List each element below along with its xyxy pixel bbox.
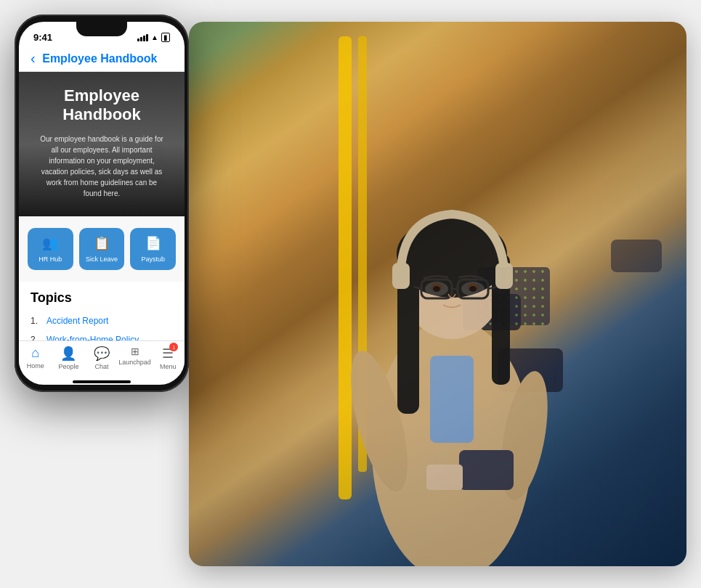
nav-item-chat[interactable]: 💬 Chat (85, 346, 118, 370)
paystub-label: Paystub (141, 256, 165, 263)
hr-hub-icon: 👥 (42, 235, 58, 251)
topic-num: 1. (31, 316, 42, 326)
topics-title: Topics (31, 290, 173, 306)
sick-leave-button[interactable]: 📋 Sick Leave (79, 228, 125, 270)
phone-screen: 9:41 ▲ ▮ ‹ Employee Handbook Employee Ha… (19, 22, 185, 385)
list-item: 2. Work-from-Home Policy (31, 335, 173, 340)
status-time: 9:41 (33, 32, 52, 43)
hr-hub-label: HR Hub (39, 256, 62, 263)
bottom-nav: ⌂ Home 👤 People 💬 Chat ⊞ Launchpad ☰ 1 M (19, 340, 185, 376)
hero-title: Employee Handbook (31, 86, 173, 125)
photo-overlay (189, 22, 686, 566)
nav-bar: ‹ Employee Handbook (19, 46, 185, 72)
paystub-button[interactable]: 📄 Paystub (130, 228, 176, 270)
wifi-icon: ▲ (151, 33, 158, 41)
hero-subtitle: Our employee handbook is a guide for all… (31, 134, 173, 199)
nav-item-people[interactable]: 👤 People (52, 346, 86, 370)
chat-icon: 💬 (94, 346, 110, 362)
back-button[interactable]: ‹ (31, 50, 36, 67)
nav-item-menu[interactable]: ☰ 1 Menu (151, 346, 185, 370)
topic-link-wfh[interactable]: Work-from-Home Policy (46, 335, 139, 340)
background-photo (189, 22, 686, 566)
list-item: 1. Accident Report (31, 316, 173, 326)
phone-notch (76, 22, 127, 36)
topic-num: 2. (31, 335, 42, 340)
nav-launchpad-label: Launchpad (118, 359, 151, 366)
people-icon: 👤 (60, 346, 76, 362)
paystub-icon: 📄 (145, 235, 161, 251)
nav-chat-label: Chat (94, 363, 108, 370)
topics-section: Topics 1. Accident Report 2. Work-from-H… (19, 282, 185, 340)
menu-icon: ☰ 1 (162, 346, 174, 362)
launchpad-icon: ⊞ (131, 346, 139, 357)
menu-badge: 1 (169, 343, 178, 351)
home-icon: ⌂ (31, 346, 39, 361)
nav-home-label: Home (27, 362, 44, 369)
home-indicator (73, 380, 131, 383)
nav-menu-label: Menu (160, 363, 177, 370)
action-buttons: 👥 HR Hub 📋 Sick Leave 📄 Paystub (19, 216, 185, 282)
sick-leave-icon: 📋 (94, 235, 110, 251)
signal-icon (137, 34, 148, 41)
hr-hub-button[interactable]: 👥 HR Hub (28, 228, 73, 270)
topic-link-accident[interactable]: Accident Report (46, 316, 108, 326)
nav-people-label: People (58, 363, 78, 370)
hero-section: Employee Handbook Our employee handbook … (19, 72, 185, 216)
status-icons: ▲ ▮ (137, 33, 170, 42)
battery-icon: ▮ (161, 33, 170, 42)
phone-device: 9:41 ▲ ▮ ‹ Employee Handbook Employee Ha… (15, 15, 189, 392)
nav-item-home[interactable]: ⌂ Home (19, 346, 52, 370)
topic-list: 1. Accident Report 2. Work-from-Home Pol… (31, 316, 173, 340)
nav-title: Employee Handbook (41, 52, 158, 65)
nav-item-launchpad[interactable]: ⊞ Launchpad (118, 346, 152, 370)
sick-leave-label: Sick Leave (86, 256, 118, 263)
